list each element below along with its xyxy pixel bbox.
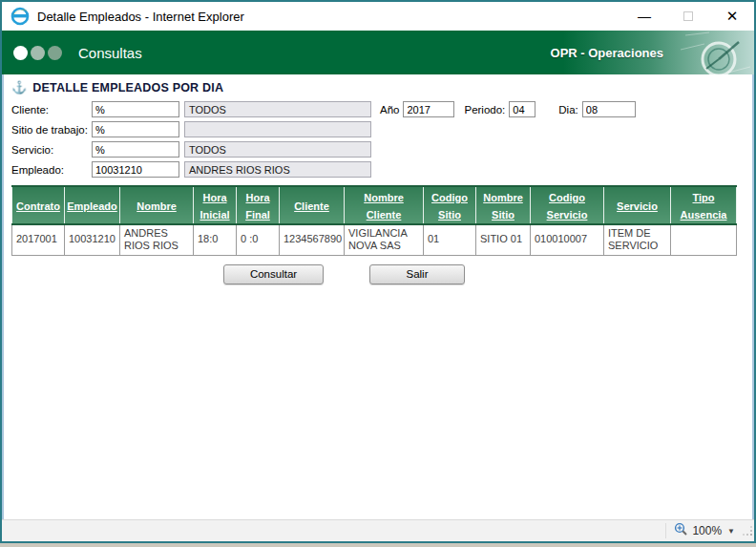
table-header-row: Contrato Empleado Nombre Hora Inicial Ho…	[12, 186, 737, 224]
button-row: Consultar Salir	[11, 264, 746, 284]
date-fields: Año Periodo: Dia:	[380, 101, 636, 117]
sort-link-hora-final[interactable]: Hora Final	[245, 192, 270, 221]
cell-codigo-servicio: 010010007	[531, 224, 604, 255]
sort-link-contrato[interactable]: Contrato	[16, 200, 60, 212]
col-header-codigo-servicio: Codigo Servicio	[531, 186, 604, 224]
salir-button[interactable]: Salir	[369, 264, 465, 284]
empleado-input[interactable]	[92, 161, 179, 178]
col-header-hora-final: Hora Final	[237, 186, 280, 224]
ie-window: Detalle Empleados - Internet Explorer — …	[0, 0, 756, 543]
dia-input[interactable]	[582, 101, 636, 117]
zoom-dropdown-arrow-icon[interactable]: ▼	[727, 527, 735, 536]
zoom-magnifier-icon	[674, 522, 688, 540]
sort-link-hora-inicial[interactable]: Hora Inicial	[200, 192, 229, 221]
sort-link-nombre-sitio[interactable]: Nombre Sitio	[483, 192, 523, 221]
cell-hora-final: 0 :0	[237, 224, 280, 255]
ano-input[interactable]	[403, 101, 454, 117]
status-bar: 100% ▼	[2, 519, 754, 541]
zoom-control[interactable]: 100% ▼	[674, 522, 741, 540]
zoom-level-label: 100%	[692, 524, 722, 537]
close-button[interactable]: ✕	[710, 2, 754, 31]
banner-dots	[13, 46, 65, 60]
table-row: 2017001 10031210 ANDRES RIOS RIOS 18:0 0…	[12, 224, 737, 255]
page-content: ⚓ DETALLE EMPLEADOS POR DIA Cliente: TOD…	[2, 74, 754, 519]
col-header-nombre-cliente: Nombre Cliente	[345, 186, 424, 224]
servicio-display-field: TODOS	[184, 141, 371, 158]
banner-dot-icon	[48, 46, 62, 60]
col-header-tipo-ausencia: Tipo Ausencia	[671, 186, 737, 224]
desktop-strip	[0, 543, 756, 547]
maximize-icon	[683, 11, 693, 21]
empleado-label: Empleado:	[11, 164, 92, 176]
sort-link-codigo-sitio[interactable]: Codigo Sitio	[431, 192, 468, 221]
consultar-button[interactable]: Consultar	[223, 264, 324, 284]
cell-hora-inicial: 18:0	[194, 224, 237, 255]
col-header-contrato: Contrato	[12, 186, 65, 224]
cliente-input[interactable]	[92, 101, 179, 117]
sort-link-empleado[interactable]: Empleado	[67, 200, 117, 212]
operations-label: OPR - Operaciones	[551, 46, 663, 60]
cell-tipo-ausencia	[671, 224, 737, 255]
app-header-banner: Consultas OPR - Operaciones	[2, 31, 754, 74]
sitio-label: Sitio de trabajo:	[11, 124, 92, 136]
sort-link-nombre[interactable]: Nombre	[136, 200, 177, 212]
cell-nombre-cliente: VIGILANCIA NOVA SAS	[345, 224, 424, 255]
cell-contrato: 2017001	[12, 224, 65, 255]
minimize-button[interactable]: —	[622, 2, 666, 31]
col-header-codigo-sitio: Codigo Sitio	[424, 186, 476, 224]
window-title: Detalle Empleados - Internet Explorer	[37, 10, 244, 24]
sort-link-cliente[interactable]: Cliente	[294, 200, 329, 212]
form-row-servicio: Servicio: TODOS	[11, 141, 746, 158]
dia-label: Dia:	[558, 104, 578, 116]
internet-explorer-icon	[10, 7, 30, 26]
cell-empleado: 10031210	[65, 224, 120, 255]
cliente-display-field: TODOS	[184, 101, 371, 117]
cell-nombre: ANDRES RIOS RIOS	[120, 224, 194, 255]
status-separator	[665, 523, 666, 538]
servicio-label: Servicio:	[11, 144, 92, 156]
page-title: DETALLE EMPLEADOS POR DIA	[32, 81, 223, 95]
title-bar: Detalle Empleados - Internet Explorer — …	[2, 2, 754, 31]
results-table: Contrato Empleado Nombre Hora Inicial Ho…	[11, 185, 737, 256]
sitio-display-field	[184, 121, 371, 137]
module-title: Consultas	[78, 45, 142, 61]
form-row-cliente: Cliente: TODOS Año Periodo: Dia:	[11, 101, 746, 117]
page-heading: ⚓ DETALLE EMPLEADOS POR DIA	[11, 80, 746, 95]
anchor-icon: ⚓	[11, 80, 27, 95]
ano-label: Año	[380, 104, 399, 116]
servicio-input[interactable]	[92, 141, 179, 158]
col-header-hora-inicial: Hora Inicial	[194, 186, 237, 224]
sitio-input[interactable]	[92, 121, 179, 137]
maximize-button[interactable]	[666, 2, 710, 31]
cell-servicio: ITEM DE SERVICIO	[604, 224, 671, 255]
sort-link-nombre-cliente[interactable]: Nombre Cliente	[364, 192, 404, 221]
col-header-nombre-sitio: Nombre Sitio	[476, 186, 531, 224]
window-controls: — ✕	[622, 2, 754, 31]
sort-link-servicio[interactable]: Servicio	[617, 200, 658, 212]
col-header-nombre: Nombre	[120, 186, 194, 224]
col-header-empleado: Empleado	[65, 186, 120, 224]
cliente-label: Cliente:	[11, 104, 92, 116]
sort-link-codigo-servicio[interactable]: Codigo Servicio	[547, 192, 588, 221]
resize-grip[interactable]	[742, 523, 753, 540]
col-header-cliente: Cliente	[280, 186, 345, 224]
form-row-sitio: Sitio de trabajo:	[11, 121, 746, 137]
periodo-input[interactable]	[509, 101, 536, 117]
form-row-empleado: Empleado: ANDRES RIOS RIOS	[11, 161, 746, 178]
empleado-display-field: ANDRES RIOS RIOS	[184, 161, 371, 178]
cell-cliente: 1234567890	[280, 224, 345, 255]
cell-nombre-sitio: SITIO 01	[476, 224, 531, 255]
cell-codigo-sitio: 01	[424, 224, 476, 255]
periodo-label: Periodo:	[464, 104, 505, 116]
banner-dot-icon	[13, 46, 28, 60]
banner-dot-icon	[31, 46, 45, 60]
col-header-servicio: Servicio	[604, 186, 671, 224]
sort-link-tipo-ausencia[interactable]: Tipo Ausencia	[681, 192, 727, 221]
